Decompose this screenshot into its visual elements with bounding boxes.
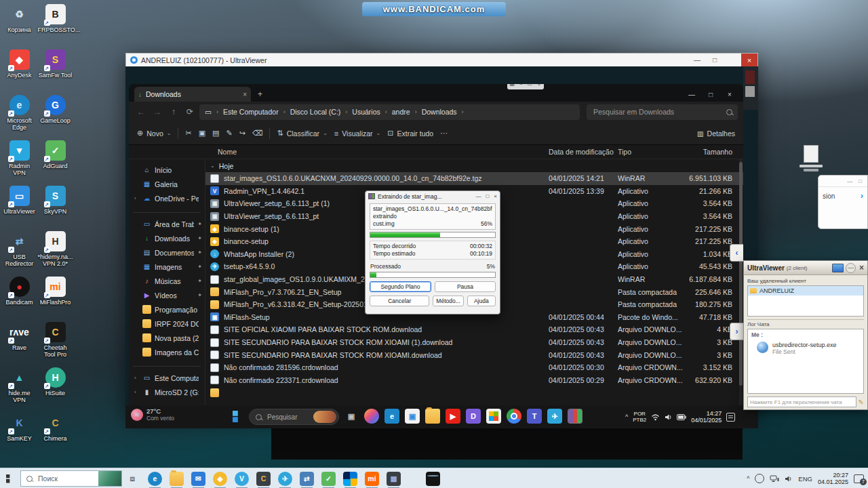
- tray-expand-icon[interactable]: ^: [747, 475, 749, 482]
- taskbar-search[interactable]: [20, 470, 122, 487]
- expander-chevron-icon[interactable]: ›: [134, 375, 139, 381]
- sidebar-item[interactable]: ▶ Vídeos ✦: [129, 288, 205, 302]
- sidebar-item[interactable]: [133, 359, 201, 367]
- ultraviewer-titlebar[interactable]: ANDRELUIZ (102100777) - UltraViewer — □ …: [125, 53, 758, 66]
- copilot[interactable]: [364, 409, 379, 424]
- monitor-icon[interactable]: ▭: [527, 84, 532, 87]
- winrar[interactable]: [568, 409, 583, 424]
- tray-expand-icon[interactable]: ^: [625, 413, 628, 420]
- up-button[interactable]: ↑: [167, 107, 180, 117]
- desktop-icon[interactable]: H ↗ HiSuite: [37, 367, 73, 413]
- dark-app[interactable]: ▦: [387, 472, 401, 486]
- sidebar-item[interactable]: Nova pasta (2): [129, 331, 205, 345]
- microsoft-365[interactable]: [486, 409, 501, 424]
- youtube[interactable]: ▶: [446, 409, 460, 424]
- xiaomi[interactable]: mi: [365, 472, 379, 486]
- file-row[interactable]: SITE SECUNDARIO PARA BAIXAR STOCK ROM XI…: [205, 336, 743, 349]
- expander-chevron-icon[interactable]: ›: [134, 389, 139, 395]
- cut-icon[interactable]: ✂: [185, 129, 191, 138]
- network-icon[interactable]: [770, 475, 779, 483]
- taskbar-search-input[interactable]: [37, 474, 94, 483]
- bandicam[interactable]: [426, 472, 440, 486]
- chevron-down-icon[interactable]: ⌄: [537, 84, 542, 87]
- start-button[interactable]: [233, 411, 244, 422]
- breadcrumb-item[interactable]: Este Computador: [223, 108, 279, 116]
- close-button[interactable]: ×: [720, 87, 739, 102]
- cancel-button[interactable]: Cancelar: [370, 296, 429, 306]
- maximize-button[interactable]: □: [706, 54, 724, 66]
- expander-chevron-icon[interactable]: ›: [134, 195, 139, 201]
- file-row[interactable]: [205, 386, 743, 399]
- task-view[interactable]: ▣: [344, 409, 359, 424]
- task-view-button[interactable]: ⧈: [122, 474, 142, 483]
- volume-icon[interactable]: [785, 475, 793, 483]
- sidebar-item[interactable]: [133, 205, 201, 213]
- tray-app-icon[interactable]: [755, 474, 764, 483]
- forward-button[interactable]: →: [151, 107, 164, 117]
- desktop-icon[interactable]: ⇄ ↗ USB Redirector: [1, 231, 37, 277]
- close-button[interactable]: ×: [859, 263, 864, 272]
- scrollbar[interactable]: [739, 159, 743, 405]
- background-button[interactable]: Segundo Plano: [370, 281, 431, 292]
- adguard[interactable]: ✓: [321, 472, 336, 486]
- file-sent-entry[interactable]: usbredirector-setup.exe File Sent: [751, 342, 860, 355]
- more-button[interactable]: ⋯: [440, 129, 448, 138]
- column-date[interactable]: Data de modificação: [549, 148, 618, 156]
- sidebar-item[interactable]: ▤ Documentos ✦: [129, 245, 205, 260]
- file-row[interactable]: SITE SECUNDARIO PARA BAIXAR STOCK ROM XI…: [205, 348, 743, 361]
- maximize-button[interactable]: □: [701, 87, 720, 102]
- maximize-icon[interactable]: □: [486, 193, 489, 199]
- defender[interactable]: [343, 472, 357, 486]
- desktop-icon[interactable]: C ↗ Cheetah Tool Pro: [37, 322, 73, 367]
- minimize-button[interactable]: —: [846, 263, 856, 273]
- sidebar-item[interactable]: ♪ Músicas ✦: [129, 274, 205, 288]
- dialog-titlebar[interactable]: Extraindo de star_imag... — □ ×: [366, 191, 500, 201]
- scrollbar-thumb[interactable]: [739, 162, 743, 386]
- file-row[interactable]: SITE OFICIAL XIAOMI PARA BAIXAR STOCK RO…: [205, 323, 743, 336]
- file-row[interactable]: Não confirmado 281596.crdownload 04/01/2…: [205, 361, 743, 374]
- column-type[interactable]: Tipo: [618, 148, 684, 156]
- file-row[interactable]: Não confirmado 223371.crdownload 04/01/2…: [205, 374, 743, 387]
- breadcrumb-item[interactable]: andre: [392, 108, 410, 116]
- pause-button[interactable]: Pausa: [435, 281, 496, 292]
- group-header-today[interactable]: ⌄ Hoje: [205, 159, 743, 172]
- column-name[interactable]: Nome: [129, 148, 549, 156]
- help-button[interactable]: Ajuda: [467, 296, 496, 306]
- battery-icon[interactable]: [677, 414, 686, 420]
- desktop-icon[interactable]: H ↗ *hidemy.na... VPN 2.0*: [37, 231, 73, 277]
- refresh-button[interactable]: ⟳: [183, 107, 197, 117]
- mail[interactable]: ✉: [191, 472, 205, 486]
- file-row[interactable]: star_images_OS1.0.6.0.UKACNXM_20240929.0…: [205, 172, 743, 185]
- desktop-icon[interactable]: ✓ ↗ AdGuard: [37, 140, 73, 186]
- explorer-search[interactable]: [587, 104, 738, 120]
- minimize-icon[interactable]: —: [475, 193, 481, 199]
- method-button[interactable]: Método...: [433, 296, 463, 306]
- new-tab-button[interactable]: +: [258, 89, 262, 99]
- usb-redirector[interactable]: ⇄: [300, 472, 314, 486]
- monitor-icon[interactable]: [832, 264, 844, 272]
- explorer-search-input[interactable]: [592, 107, 726, 117]
- rename-icon[interactable]: ✎: [226, 129, 232, 138]
- sidebar-item[interactable]: Imagens da Cân: [129, 345, 205, 359]
- sort-button[interactable]: ⇅ Classificar ⌄: [277, 129, 327, 138]
- sidebar-item[interactable]: ▦ Galeria: [129, 177, 205, 191]
- sidebar-item[interactable]: ▦ Imagens ✦: [129, 260, 205, 274]
- maximize-icon[interactable]: □: [859, 178, 862, 184]
- desktop-icon[interactable]: ● ↗ Bandicam: [1, 277, 37, 322]
- desktop-icon[interactable]: ▼ ↗ Radmin VPN: [1, 140, 37, 186]
- breadcrumb[interactable]: ▭ › Este Computador › Disco Local (C:) ›…: [199, 104, 580, 120]
- chat-expand-chevron[interactable]: ›: [730, 323, 743, 340]
- minimize-button[interactable]: —: [682, 87, 701, 102]
- copy-icon[interactable]: ▣: [199, 129, 205, 138]
- client-row[interactable]: ANDRELUIZ: [748, 286, 863, 296]
- chat-titlebar[interactable]: UltraViewer (2 client) — ×: [744, 261, 867, 275]
- cheetah-tool[interactable]: C: [256, 472, 271, 486]
- desktop-icon[interactable]: rʌve ↗ Rave: [1, 322, 37, 367]
- desktop-icon[interactable]: e ↗ Microsoft Edge: [1, 95, 37, 140]
- paste-icon[interactable]: ▤: [212, 129, 219, 138]
- desktop-icon[interactable]: S ↗ SkyVPN: [37, 186, 73, 231]
- close-icon[interactable]: ×: [494, 193, 497, 199]
- edge[interactable]: e: [148, 472, 162, 486]
- file-explorer[interactable]: [425, 409, 440, 424]
- desktop-icon[interactable]: mi ↗ MiFlashPro: [37, 277, 73, 322]
